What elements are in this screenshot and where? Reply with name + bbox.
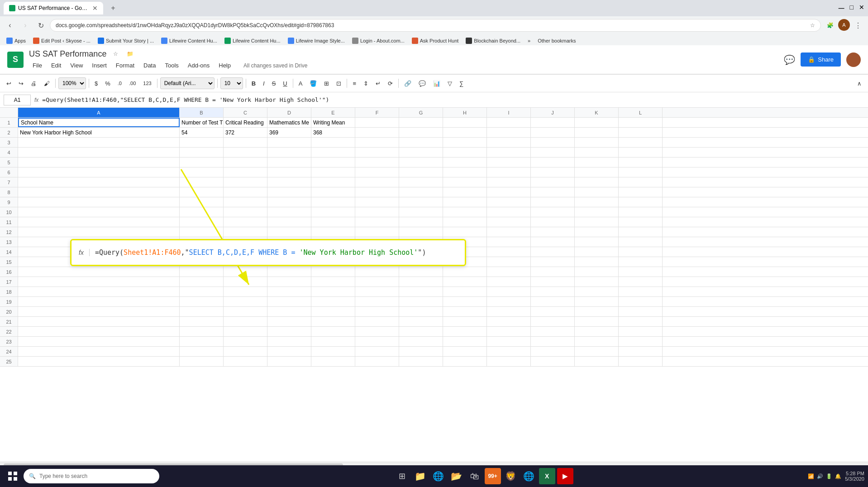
cell[interactable]	[311, 347, 355, 356]
cell[interactable]	[311, 337, 355, 346]
cell[interactable]	[399, 158, 443, 167]
cell[interactable]	[311, 277, 355, 286]
chart-button[interactable]: 📊	[430, 77, 443, 90]
cell[interactable]	[531, 167, 575, 177]
cell[interactable]	[531, 277, 575, 286]
merge-button[interactable]: ⊡	[334, 77, 344, 90]
ninety-nine-icon[interactable]: 99+	[485, 468, 501, 484]
cell[interactable]	[224, 337, 267, 346]
cell[interactable]	[355, 158, 399, 167]
col-header-c[interactable]: C	[224, 108, 267, 117]
cell[interactable]	[180, 148, 224, 157]
cell[interactable]	[443, 187, 487, 197]
cell[interactable]	[399, 197, 443, 207]
col-header-g[interactable]: G	[399, 108, 443, 117]
cell[interactable]	[575, 158, 619, 167]
cell[interactable]	[311, 287, 355, 296]
cell[interactable]	[531, 207, 575, 217]
cell[interactable]	[399, 347, 443, 356]
menu-addons[interactable]: Add-ons	[184, 60, 213, 71]
cell[interactable]	[355, 347, 399, 356]
cell[interactable]	[575, 327, 619, 336]
cell[interactable]	[180, 317, 224, 326]
cell[interactable]	[399, 148, 443, 157]
cell[interactable]	[267, 158, 311, 167]
cell[interactable]	[311, 177, 355, 187]
cell[interactable]: Critical Reading	[224, 118, 267, 127]
col-header-e[interactable]: E	[311, 108, 355, 117]
menu-format[interactable]: Format	[112, 60, 138, 71]
cell[interactable]	[487, 267, 531, 277]
cell[interactable]	[619, 347, 663, 356]
cell[interactable]	[180, 267, 224, 277]
cell[interactable]	[311, 138, 355, 147]
cell[interactable]	[531, 138, 575, 147]
cell[interactable]	[619, 148, 663, 157]
percent-button[interactable]: %	[102, 77, 113, 90]
comment-button[interactable]: 💬	[416, 77, 429, 90]
bookmark-edit-post[interactable]: Edit Post ‹ Skyose - ...	[30, 37, 93, 45]
cell[interactable]	[443, 287, 487, 296]
cell[interactable]	[619, 227, 663, 237]
cell[interactable]	[575, 317, 619, 326]
cell[interactable]	[443, 337, 487, 346]
bookmark-blockchain[interactable]: Blockchain Beyond...	[463, 37, 523, 45]
cell[interactable]	[18, 277, 180, 286]
cell[interactable]	[355, 177, 399, 187]
cell[interactable]	[619, 138, 663, 147]
col-header-j[interactable]: J	[531, 108, 575, 117]
chrome-icon[interactable]: 🌐	[521, 468, 537, 484]
task-view-icon[interactable]: ⊞	[394, 468, 410, 484]
cell[interactable]	[531, 217, 575, 227]
cell[interactable]	[267, 227, 311, 237]
cell[interactable]	[619, 217, 663, 227]
bookmark-login[interactable]: Login - About.com...	[349, 37, 407, 45]
cell[interactable]	[531, 257, 575, 267]
cell[interactable]	[399, 317, 443, 326]
cell[interactable]	[619, 177, 663, 187]
cell[interactable]	[180, 158, 224, 167]
cell[interactable]	[575, 287, 619, 296]
cell[interactable]	[619, 287, 663, 296]
cell[interactable]	[224, 187, 267, 197]
cell[interactable]	[355, 197, 399, 207]
maximize-button[interactable]: □	[850, 4, 854, 13]
cell[interactable]	[487, 207, 531, 217]
cell[interactable]	[487, 167, 531, 177]
cell[interactable]	[487, 307, 531, 316]
cell[interactable]	[224, 197, 267, 207]
cell[interactable]	[399, 327, 443, 336]
paint-format-button[interactable]: 🖌	[41, 77, 52, 90]
cell[interactable]	[180, 327, 224, 336]
cell[interactable]	[443, 207, 487, 217]
cell[interactable]	[619, 277, 663, 286]
cell[interactable]	[18, 337, 180, 346]
cell[interactable]	[267, 277, 311, 286]
cell[interactable]	[487, 257, 531, 267]
cell[interactable]	[355, 138, 399, 147]
cell[interactable]	[355, 167, 399, 177]
star-button[interactable]: ☆	[110, 48, 121, 59]
cell[interactable]	[487, 177, 531, 187]
cell[interactable]	[311, 187, 355, 197]
cell[interactable]	[619, 247, 663, 257]
cell[interactable]	[531, 177, 575, 187]
cell[interactable]	[355, 287, 399, 296]
cell[interactable]	[311, 227, 355, 237]
cell[interactable]	[619, 297, 663, 306]
cell[interactable]	[267, 297, 311, 306]
bookmark-producthunt[interactable]: Ask Product Hunt	[409, 37, 462, 45]
cell[interactable]	[443, 277, 487, 286]
col-header-h[interactable]: H	[443, 108, 487, 117]
bookmark-lifewire2[interactable]: Lifewire Content Hu...	[222, 37, 283, 45]
cell[interactable]	[487, 217, 531, 227]
refresh-button[interactable]: ↻	[34, 19, 47, 32]
cell[interactable]	[487, 158, 531, 167]
notification-icon[interactable]: 🔔	[835, 473, 841, 479]
cell[interactable]	[575, 247, 619, 257]
cell[interactable]	[531, 118, 575, 127]
cell[interactable]	[531, 158, 575, 167]
user-avatar[interactable]	[846, 53, 861, 67]
decimal-increase-button[interactable]: .00	[126, 77, 138, 90]
menu-view[interactable]: View	[67, 60, 86, 71]
